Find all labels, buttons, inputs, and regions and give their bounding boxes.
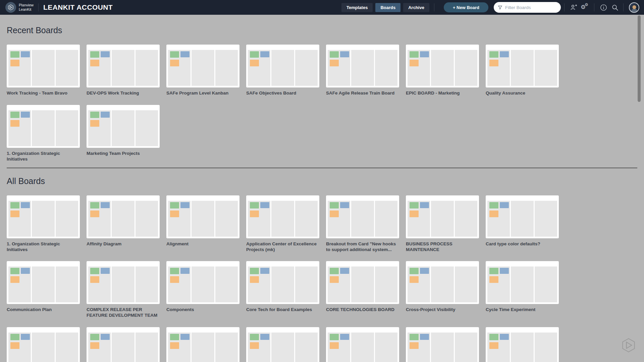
thumbnail-lane: [408, 333, 430, 362]
board-item[interactable]: SAFe Objectives Board: [246, 45, 319, 96]
thumbnail-lane: [8, 50, 31, 86]
board-item[interactable]: SAFe Program Level Kanban: [166, 45, 239, 96]
info-button[interactable]: [598, 1, 609, 13]
thumbnail-column: [56, 329, 78, 362]
board-item[interactable]: Quality Assurance: [486, 45, 559, 96]
thumb-card-blue: [21, 51, 30, 57]
board-thumbnail: [87, 45, 160, 87]
board-item[interactable]: Affinity Diagram: [87, 195, 160, 253]
thumb-card-blue: [21, 202, 30, 208]
thumbnail-column: [56, 46, 78, 86]
board-item[interactable]: SAFe Agile Release Train Board: [326, 45, 399, 96]
tab-boards[interactable]: Boards: [375, 3, 400, 12]
board-item[interactable]: Application Center of Excellence Project…: [246, 195, 319, 253]
account-title: LEANKIT ACCOUNT: [43, 3, 113, 11]
thumbnail-lane: [328, 333, 350, 362]
thumbnail-column: [511, 263, 533, 302]
tab-templates[interactable]: Templates: [341, 3, 373, 12]
header-divider: [594, 3, 594, 11]
user-avatar[interactable]: [629, 2, 639, 13]
thumbnail-lane: [88, 333, 111, 362]
thumbnail-column: [136, 197, 158, 237]
board-thumbnail: [406, 261, 479, 304]
board-title: COMPLEX RELEASE PER FEATURE DEVELOPMENT …: [87, 307, 160, 318]
thumb-card-green: [489, 202, 498, 208]
thumb-card-blue: [101, 202, 110, 208]
new-board-button[interactable]: + New Board: [444, 2, 488, 12]
board-title: EPIC BOARD - Marketing: [406, 90, 479, 96]
thumbnail-column: [375, 197, 397, 237]
thumb-card-orange: [90, 120, 99, 127]
thumbnail-column: [32, 263, 54, 302]
filter-boards-search[interactable]: [494, 2, 561, 13]
board-item[interactable]: 1. Organization Strategic Initiatives: [7, 195, 80, 253]
thumb-card-blue: [180, 51, 190, 57]
thumbnail-column: [215, 46, 238, 86]
thumb-card-blue: [260, 202, 269, 208]
board-item[interactable]: Components: [166, 261, 239, 318]
board-thumbnail: [246, 261, 319, 304]
thumb-card-orange: [10, 342, 19, 349]
thumb-card-orange: [90, 276, 99, 283]
thumb-card-orange: [330, 60, 339, 66]
thumbnail-column: [32, 107, 54, 146]
thumbnail-lane: [192, 266, 214, 302]
thumb-card-green: [489, 51, 498, 58]
board-item[interactable]: Communication Plan: [7, 261, 80, 318]
search-icon: [611, 4, 619, 11]
header-tabs: TemplatesBoardsArchive: [341, 3, 429, 12]
thumb-card-green: [489, 268, 498, 274]
thumbnail-column: [32, 46, 54, 86]
board-item[interactable]: COMPLEX RELEASE PER FEATURE DEVELOPMENT …: [87, 261, 160, 318]
thumbnail-lane: [136, 50, 158, 86]
add-user-button[interactable]: [568, 1, 579, 13]
thumbnail-lane: [32, 201, 54, 237]
board-item[interactable]: Work Tracking - Team Bravo: [7, 45, 80, 96]
thumbnail-column: [168, 46, 191, 86]
thumb-card-blue: [180, 202, 190, 208]
board-item[interactable]: [246, 327, 319, 362]
board-item[interactable]: Core Tech for Board Examples: [246, 261, 319, 318]
search-button[interactable]: [609, 1, 621, 13]
thumb-card-green: [90, 112, 99, 118]
thumb-card-blue: [101, 334, 110, 340]
settings-button[interactable]: ⚙⚙: [579, 1, 591, 13]
thumb-card-orange: [90, 342, 99, 349]
thumbnail-lane: [375, 50, 397, 86]
board-title: 1. Organization Strategic Initiatives: [7, 241, 80, 253]
thumbnail-column: [136, 107, 158, 146]
board-item[interactable]: Marketing Team Projects: [87, 105, 160, 162]
board-item[interactable]: 1. Organization Strategic Initiatives: [7, 105, 80, 162]
thumb-card-green: [330, 268, 339, 274]
board-item[interactable]: Cycle Time Experiment: [486, 261, 559, 318]
board-item[interactable]: [87, 327, 160, 362]
planview-logo-icon: [5, 2, 16, 13]
vertical-scrollbar-thumb[interactable]: [638, 15, 641, 102]
thumbnail-column: [8, 263, 31, 302]
thumb-card-blue: [500, 202, 509, 208]
thumbnail-column: [511, 329, 533, 362]
board-item[interactable]: Breakout from Card "New hooks to support…: [326, 195, 399, 253]
tab-archive[interactable]: Archive: [403, 3, 429, 12]
thumbnail-column: [351, 263, 374, 302]
board-item[interactable]: [326, 327, 399, 362]
thumb-card-orange: [489, 276, 498, 283]
board-item[interactable]: Cross-Project Visibility: [406, 261, 479, 318]
section-title: All Boards: [7, 176, 637, 186]
board-item[interactable]: [7, 327, 80, 362]
board-item[interactable]: EPIC BOARD - Marketing: [406, 45, 479, 96]
board-item[interactable]: [486, 327, 559, 362]
board-thumbnail: [7, 45, 80, 87]
board-item[interactable]: Alignment: [166, 195, 239, 253]
thumbnail-lane: [408, 266, 430, 302]
board-item[interactable]: BUSINESS PROCESS MAINTENANCE: [406, 195, 479, 253]
board-item[interactable]: CORE TECHNOLOGIES BOARD: [326, 261, 399, 318]
board-item[interactable]: [406, 327, 479, 362]
filter-boards-input[interactable]: [505, 5, 557, 10]
board-item[interactable]: DEV-OPS Work Tracking: [87, 45, 160, 96]
thumbnail-lane: [192, 333, 214, 362]
board-grid: 1. Organization Strategic Initiatives Af…: [7, 195, 637, 362]
thumbnail-column: [295, 46, 318, 86]
board-item[interactable]: [166, 327, 239, 362]
board-item[interactable]: Card type color defaults?: [486, 195, 559, 253]
